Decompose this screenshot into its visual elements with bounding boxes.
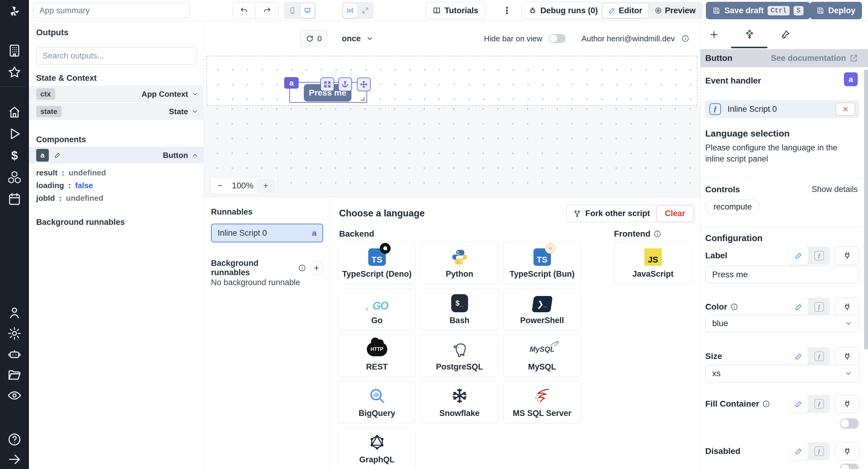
settings-gear-icon[interactable] — [7, 326, 22, 341]
color-value: blue — [712, 319, 728, 328]
state-row[interactable]: state State — [29, 103, 204, 120]
language-tile-powershell[interactable]: ❯_ PowerShell — [503, 288, 581, 330]
center-content-button[interactable] — [343, 3, 358, 18]
components-title: Components — [36, 135, 86, 145]
tab-settings-components[interactable] — [741, 26, 758, 43]
tutorials-button[interactable]: Tutorials — [426, 2, 485, 19]
ctx-row[interactable]: ctx App Context — [29, 86, 204, 102]
resize-handle[interactable] — [361, 97, 365, 101]
python-icon — [451, 247, 468, 266]
eval-mode-button[interactable]: ƒ — [808, 302, 830, 312]
home-icon[interactable] — [7, 105, 22, 119]
mobile-view-button[interactable] — [285, 3, 300, 18]
eval-mode-button[interactable]: ƒ — [808, 251, 830, 260]
language-tile-mysql[interactable]: MySQL MySQL — [503, 335, 581, 377]
schedules-calendar-icon[interactable] — [7, 192, 22, 206]
bash-terminal-icon: $_ — [451, 294, 468, 312]
inline-script-item[interactable]: Inline Script 0 a — [211, 224, 323, 242]
help-icon[interactable] — [7, 432, 22, 447]
language-tile-typescript-bun[interactable]: TS TypeScript (Bun) — [503, 242, 581, 284]
language-tile-mssql[interactable]: MS SQL Server — [503, 381, 581, 423]
save-draft-button[interactable]: Save draft Ctrl S — [706, 2, 810, 19]
language-tile-javascript[interactable]: JS JavaScript — [614, 242, 692, 284]
app-summary-input[interactable] — [33, 3, 190, 19]
recompute-chip[interactable]: recompute — [705, 199, 760, 214]
connect-plug-button[interactable] — [835, 347, 859, 365]
rename-component-button[interactable] — [51, 149, 64, 162]
language-tile-bigquery[interactable]: BigQuery — [338, 381, 416, 423]
variables-dollar-icon[interactable]: $ — [7, 148, 22, 163]
language-tile-python[interactable]: Python — [421, 242, 498, 284]
eval-mode-button[interactable]: ƒ — [808, 399, 830, 409]
prop-loading: loading:false — [36, 181, 93, 190]
static-mode-button[interactable] — [789, 395, 808, 413]
interval-select[interactable]: once — [342, 30, 373, 47]
zoom-out-button[interactable]: − — [211, 181, 229, 190]
undo-button[interactable] — [233, 2, 255, 19]
event-handler-inline-script[interactable]: ƒ Inline Script 0 — [705, 100, 859, 118]
expand-rail-arrow-icon[interactable] — [7, 452, 22, 467]
desktop-view-button[interactable] — [300, 3, 315, 18]
more-menu-button[interactable]: ⋮ — [501, 2, 513, 19]
static-mode-button[interactable] — [789, 247, 808, 264]
deploy-button[interactable]: Deploy — [810, 2, 862, 19]
language-tile-typescript-deno[interactable]: TS TypeScript (Deno) — [338, 242, 416, 284]
size-select[interactable]: xs — [705, 365, 859, 382]
users-person-icon[interactable] — [7, 306, 22, 320]
canvas-grid-row[interactable] — [207, 56, 698, 106]
workers-robot-icon[interactable] — [7, 347, 22, 362]
clear-button[interactable]: Clear — [656, 205, 694, 222]
search-outputs-input[interactable] — [36, 47, 196, 64]
debug-runs-button[interactable]: Debug runs (0) — [521, 2, 605, 19]
static-mode-button[interactable] — [789, 347, 808, 365]
static-mode-button[interactable] — [789, 298, 808, 316]
fullwidth-button[interactable] — [358, 3, 373, 18]
windmill-logo[interactable] — [7, 4, 22, 19]
tab-styling-brush[interactable] — [776, 26, 794, 43]
tab-insert-plus[interactable] — [705, 26, 723, 43]
language-tile-go[interactable]: GO Go — [338, 288, 416, 330]
connect-plug-button[interactable] — [835, 247, 859, 264]
see-documentation-link[interactable]: See documentation — [771, 54, 858, 63]
preview-tab[interactable]: Preview — [649, 3, 702, 18]
resources-cubes-icon[interactable] — [7, 170, 22, 184]
connect-plug-button[interactable] — [835, 298, 859, 316]
canvas-grid-background[interactable] — [204, 106, 700, 197]
runs-play-icon[interactable] — [7, 127, 22, 141]
zoom-in-button[interactable]: + — [256, 179, 276, 193]
eval-mode-button[interactable]: ƒ — [808, 351, 830, 361]
color-select[interactable]: blue — [705, 315, 859, 332]
workspace-icon[interactable] — [7, 43, 22, 58]
connect-plug-button[interactable] — [835, 395, 859, 413]
audit-eye-icon[interactable] — [7, 388, 22, 403]
language-tile-rest[interactable]: HTTP REST — [338, 335, 416, 377]
remove-script-button[interactable] — [836, 103, 855, 116]
language-tile-bash[interactable]: $_ Bash — [421, 288, 498, 330]
panel-scrollbar[interactable] — [864, 69, 868, 350]
static-mode-button[interactable] — [789, 442, 808, 460]
eval-mode-button[interactable]: ƒ — [808, 446, 830, 456]
hide-bar-toggle[interactable] — [549, 34, 566, 43]
redo-button[interactable] — [255, 2, 278, 19]
refresh-counter[interactable]: 0 — [300, 30, 327, 47]
component-type-header: Button See documentation — [701, 49, 868, 67]
info-icon — [730, 303, 738, 311]
fill-container-toggle[interactable] — [840, 418, 859, 429]
component-button-row[interactable]: a Button — [29, 147, 204, 163]
favorites-star-icon[interactable] — [7, 65, 22, 80]
anchor-handle[interactable] — [338, 77, 352, 91]
fork-other-script-button[interactable]: Fork other script — [566, 205, 657, 222]
editor-tab[interactable]: Editor — [602, 3, 649, 18]
connect-plug-button[interactable] — [835, 442, 859, 460]
show-details-link[interactable]: Show details — [812, 185, 858, 194]
disabled-toggle[interactable] — [840, 464, 859, 469]
move-handle[interactable] — [357, 77, 371, 91]
folders-icon[interactable] — [7, 368, 22, 382]
language-tile-snowflake[interactable]: Snowflake — [421, 381, 498, 423]
language-tile-graphql[interactable]: GraphQL — [338, 428, 416, 469]
info-icon — [681, 35, 689, 42]
label-value-input[interactable] — [705, 266, 859, 283]
language-tile-postgresql[interactable]: PostgreSQL — [421, 335, 498, 377]
expand-handle[interactable] — [320, 77, 334, 91]
add-background-runnable-button[interactable] — [310, 261, 323, 275]
